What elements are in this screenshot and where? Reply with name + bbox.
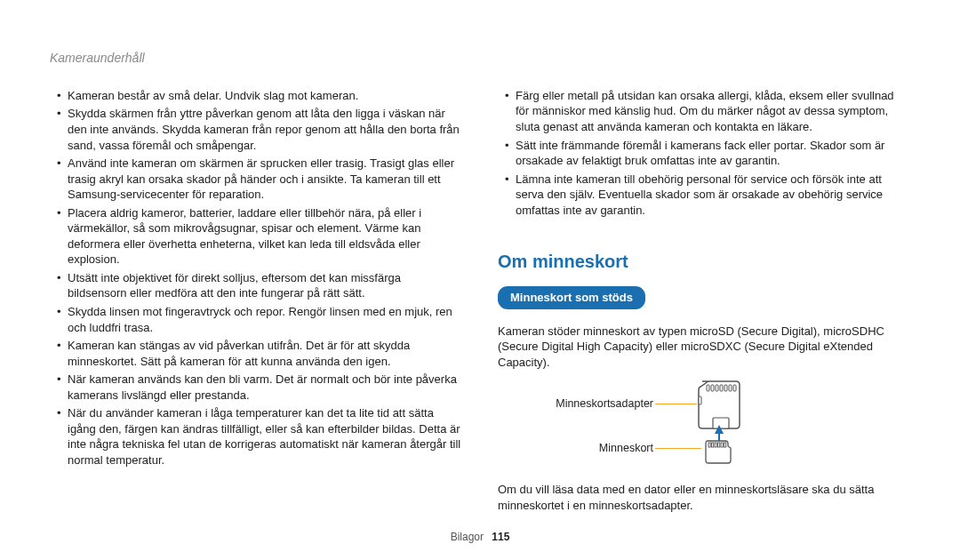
- list-item: Färg eller metall på utsidan kan orsaka …: [505, 88, 910, 135]
- two-column-layout: Kameran består av små delar. Undvik slag…: [50, 88, 910, 523]
- subsection-pill: Minneskort som stöds: [498, 286, 645, 309]
- list-item: Kameran kan stängas av vid påverkan utif…: [57, 338, 462, 369]
- memory-card-diagram: Minneskortsadapter: [498, 379, 910, 476]
- breadcrumb: Kameraunderhåll: [50, 50, 910, 67]
- label-card: Minneskort: [498, 441, 653, 456]
- callout-line: [655, 404, 697, 404]
- list-item: Använd inte kameran om skärmen är spruck…: [57, 156, 462, 203]
- list-item: Lämna inte kameran till obehörig persona…: [505, 172, 910, 219]
- outro-paragraph: Om du vill läsa data med en dator eller …: [498, 482, 910, 513]
- bullet-list: Färg eller metall på utsidan kan orsaka …: [505, 88, 910, 218]
- document-page: Kameraunderhåll Kameran består av små de…: [0, 0, 960, 560]
- intro-paragraph: Kameran stöder minneskort av typen micro…: [498, 324, 910, 371]
- list-item: När du använder kameran i låga temperatu…: [57, 405, 462, 468]
- list-item: Utsätt inte objektivet för direkt sollju…: [57, 270, 462, 301]
- list-item: När kameran används kan den bli varm. De…: [57, 372, 462, 403]
- section-heading: Om minneskort: [498, 250, 910, 274]
- right-column: Färg eller metall på utsidan kan orsaka …: [498, 88, 910, 523]
- page-number: 115: [492, 531, 509, 543]
- label-adapter: Minneskortsadapter: [498, 396, 653, 412]
- list-item: Skydda linsen mot fingeravtryck och repo…: [57, 304, 462, 335]
- list-item: Skydda skärmen från yttre påverkan genom…: [57, 106, 462, 153]
- bullet-list: Kameran består av små delar. Undvik slag…: [57, 88, 462, 468]
- microsd-icon: [704, 439, 732, 464]
- svg-rect-8: [699, 396, 701, 404]
- callout-line: [655, 448, 701, 449]
- footer-section: Bilagor: [451, 531, 484, 543]
- list-item: Sätt inte främmande föremål i kamerans f…: [505, 138, 910, 169]
- list-item: Placera aldrig kameror, batterier, ladda…: [57, 205, 462, 268]
- sd-adapter-icon: [697, 380, 741, 429]
- left-column: Kameran består av små delar. Undvik slag…: [50, 88, 462, 523]
- arrow-up-icon: [715, 425, 724, 434]
- page-footer: Bilagor 115: [0, 530, 960, 544]
- list-item: Kameran består av små delar. Undvik slag…: [57, 88, 462, 104]
